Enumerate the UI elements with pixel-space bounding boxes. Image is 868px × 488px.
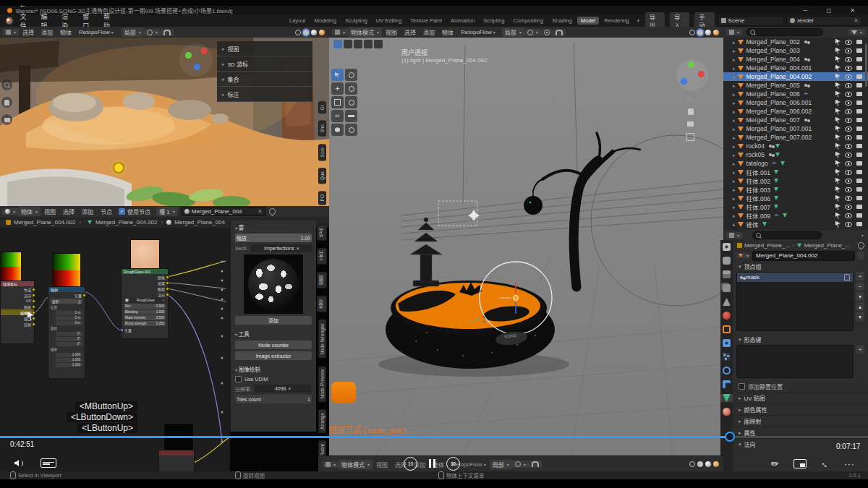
- shading-wireframe-icon[interactable]: [295, 30, 301, 35]
- move-down-button[interactable]: ▾: [856, 312, 864, 321]
- menu-retopoflow[interactable]: RetopoFlow: [457, 29, 499, 35]
- navigation-gizmo[interactable]: [676, 59, 708, 91]
- npanel-tab[interactable]: 工具: [317, 248, 327, 265]
- outliner-row[interactable]: 柱体.009 ✏: [723, 211, 868, 220]
- selectable-toggle-icon[interactable]: [835, 108, 841, 115]
- expand-icon[interactable]: [733, 134, 736, 141]
- visibility-toggle-icon[interactable]: [845, 118, 852, 123]
- player-back-icon[interactable]: ←: [19, 0, 27, 9]
- add-button[interactable]: 添加: [235, 316, 312, 325]
- data-name-field[interactable]: Merged_Plane_004.002: [752, 251, 855, 261]
- tab-world[interactable]: [720, 312, 733, 320]
- visibility-toggle-icon[interactable]: [845, 83, 852, 88]
- node-group-roughglass[interactable]: RoughGlass.001 颜色遮罩粗糙法向 RoughGlass▾ Dirt…: [121, 268, 169, 339]
- npanel-tab[interactable]: Qua: [318, 168, 326, 184]
- outliner-row[interactable]: Merged_Plane_006.002 ✏: [723, 107, 868, 116]
- outliner-filter-icon[interactable]: [848, 29, 865, 35]
- tab-object[interactable]: [720, 325, 733, 333]
- proportional-edit-icon[interactable]: [541, 29, 553, 36]
- expand-icon[interactable]: [733, 64, 736, 72]
- selectable-toggle-icon[interactable]: [835, 195, 841, 202]
- render-toggle-icon[interactable]: [856, 161, 862, 166]
- tweak-tool-icon[interactable]: [333, 40, 342, 48]
- shape-keys-section[interactable]: 形态键: [733, 334, 868, 345]
- outliner-row[interactable]: 柱体.003 ✏: [723, 185, 868, 194]
- outliner-row[interactable]: Merged_Plane_004.002 ✏: [723, 72, 868, 81]
- node-mapping[interactable]: 映射 矢量 类型:点 位置 0 m 0 m 0 m 旋转 0° 0° 0° 缩放…: [48, 286, 85, 379]
- texture-preview[interactable]: [244, 254, 303, 314]
- expand-icon[interactable]: [733, 90, 736, 98]
- selectable-toggle-icon[interactable]: [835, 187, 841, 193]
- render-toggle-icon[interactable]: [856, 127, 862, 131]
- pin-icon[interactable]: [268, 207, 277, 216]
- extra-tool-button[interactable]: [345, 124, 357, 136]
- expand-icon[interactable]: [733, 177, 736, 184]
- outliner-row[interactable]: Merged_Plane_007.001 ✏: [723, 124, 868, 133]
- menu-retopoflow[interactable]: RetopoFlow: [75, 29, 117, 35]
- edit-clip-icon[interactable]: ✏: [771, 458, 779, 469]
- shading-wireframe-icon[interactable]: [689, 461, 695, 467]
- orange-cube-object[interactable]: [331, 382, 356, 403]
- workspace-tab[interactable]: UV Editing: [373, 17, 405, 25]
- shading-rendered-icon[interactable]: [319, 30, 325, 35]
- node-slider[interactable]: Bump strength0.250: [124, 321, 166, 326]
- visibility-toggle-icon[interactable]: [845, 144, 852, 149]
- toggle-ortho-icon[interactable]: [686, 133, 694, 141]
- remove-vertex-group-button[interactable]: −: [856, 282, 864, 291]
- camera-view-icon[interactable]: [1, 114, 12, 125]
- outliner-row[interactable]: rock05 ✏: [723, 150, 868, 159]
- navigation-gizmo[interactable]: [179, 43, 213, 77]
- tab-modifiers[interactable]: [720, 339, 733, 347]
- selectable-toggle-icon[interactable]: [835, 221, 841, 228]
- visibility-toggle-icon[interactable]: [845, 205, 852, 210]
- selectable-toggle-icon[interactable]: [835, 100, 841, 106]
- tab-view-layer[interactable]: [720, 284, 733, 292]
- image-paint-section-title[interactable]: 图像绘制: [231, 362, 316, 374]
- rest-position-checkbox[interactable]: [739, 383, 745, 390]
- outliner-row[interactable]: 锥体 ✏: [723, 220, 868, 228]
- add-shape-key-button[interactable]: +: [856, 345, 864, 354]
- gizmo-y-axis[interactable]: [185, 52, 192, 59]
- outliner-display-mode-icon[interactable]: [726, 29, 742, 35]
- visibility-toggle-icon[interactable]: [845, 179, 852, 184]
- npanel-tab[interactable]: Scre: [318, 144, 326, 160]
- node-slider[interactable]: Dirt0.500: [124, 304, 166, 309]
- menu-object[interactable]: 物体: [438, 28, 457, 36]
- node-slider[interactable]: Blending1.000: [124, 309, 166, 314]
- workspace-tab[interactable]: Layout: [286, 17, 310, 25]
- shading-solid-icon[interactable]: [697, 461, 703, 467]
- expand-icon[interactable]: [733, 212, 736, 219]
- visibility-toggle-icon[interactable]: [845, 161, 852, 166]
- render-toggle-icon[interactable]: [856, 100, 862, 105]
- expand-icon[interactable]: [733, 47, 736, 54]
- gizmo-z-axis[interactable]: [194, 64, 200, 70]
- outliner-row[interactable]: Merged_Plane_007.002 ✏: [723, 133, 868, 142]
- select-circle-icon[interactable]: [354, 40, 362, 48]
- visibility-toggle-icon[interactable]: [845, 127, 852, 132]
- editor-type-icon[interactable]: [726, 232, 742, 239]
- outliner-search-input[interactable]: [746, 28, 823, 36]
- render-toggle-icon[interactable]: [856, 66, 862, 70]
- gizmo-x-axis[interactable]: [698, 71, 705, 77]
- selectable-toggle-icon[interactable]: [835, 39, 841, 46]
- expand-icon[interactable]: [733, 186, 736, 193]
- outliner-row[interactable]: Merged_Plane_004 ✏: [723, 55, 868, 64]
- camera-view-icon[interactable]: [687, 121, 694, 127]
- tab-object-data[interactable]: [720, 394, 733, 402]
- expand-icon[interactable]: [733, 160, 736, 167]
- shading-solid-icon[interactable]: [697, 30, 703, 35]
- scrollbar[interactable]: [865, 43, 867, 87]
- add-workspace-button[interactable]: +: [634, 17, 643, 25]
- expand-icon[interactable]: [733, 151, 736, 158]
- main-3d-viewport[interactable]: SONG 用户透视 (1) light | Merged_Plane_004.0…: [329, 38, 723, 455]
- expand-icon[interactable]: [733, 99, 736, 106]
- shading-material-icon[interactable]: [311, 30, 317, 35]
- selectable-toggle-icon[interactable]: [835, 117, 841, 124]
- zoom-icon[interactable]: [688, 97, 693, 102]
- expand-icon[interactable]: [733, 108, 736, 115]
- node-output-socket[interactable]: 遮罩: [122, 280, 168, 286]
- editor-type-icon[interactable]: [323, 461, 339, 468]
- selectable-toggle-icon[interactable]: [835, 91, 841, 98]
- expand-icon[interactable]: [733, 221, 736, 228]
- properties-section[interactable]: 面映射: [733, 415, 868, 427]
